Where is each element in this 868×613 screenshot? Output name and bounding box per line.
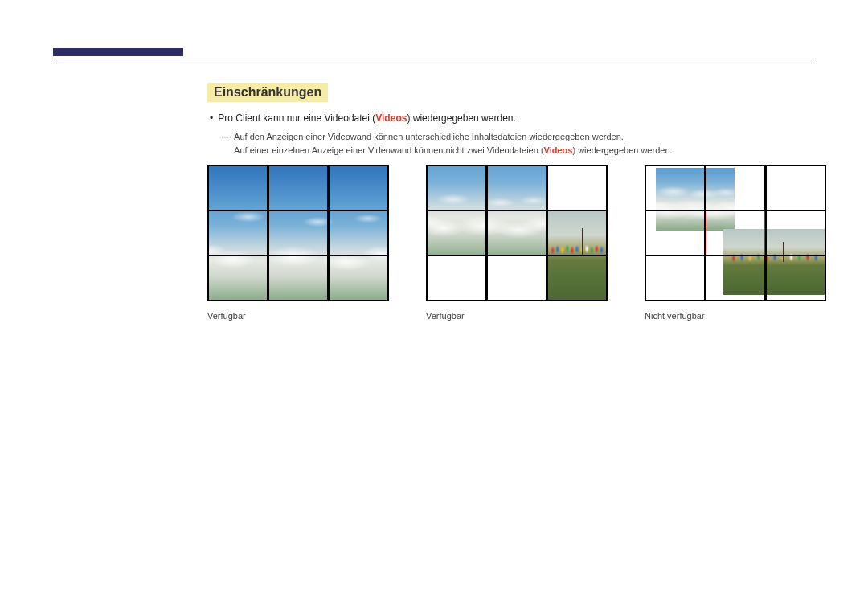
accent-bar bbox=[53, 48, 183, 56]
grid2-cell bbox=[486, 165, 547, 211]
grid2-cell bbox=[426, 255, 487, 301]
sub-line-1: Auf den Anzeigen einer Videowand können … bbox=[234, 132, 624, 141]
grid1-cell bbox=[207, 165, 268, 211]
section-heading: Einschränkungen bbox=[207, 83, 328, 102]
keyword-videos-2: Videos bbox=[544, 145, 573, 155]
grid2-cell bbox=[486, 255, 547, 301]
grid1-cell bbox=[268, 165, 329, 211]
grid3-cell bbox=[705, 165, 766, 211]
grid3-cell bbox=[765, 210, 826, 256]
grid-3 bbox=[645, 165, 826, 301]
header-rule bbox=[56, 63, 812, 63]
grid1-cell bbox=[207, 255, 268, 301]
grid2-cell bbox=[547, 255, 608, 301]
dash-icon: ― bbox=[222, 130, 231, 145]
grid2-cell bbox=[426, 210, 487, 256]
keyword-videos: Videos bbox=[375, 112, 407, 124]
grid3-cell bbox=[645, 255, 706, 301]
grid3-cell bbox=[705, 255, 766, 301]
grid1-cell bbox=[328, 255, 389, 301]
grid1-cell bbox=[328, 165, 389, 211]
grid3-cell bbox=[645, 210, 706, 256]
grid-2 bbox=[426, 165, 608, 301]
grid2-cell bbox=[486, 210, 547, 256]
page: Einschränkungen • Pro Client kann nur ei… bbox=[0, 0, 868, 613]
grid1-cell bbox=[268, 210, 329, 256]
bullet-text-post: ) wiedergegeben werden. bbox=[407, 112, 515, 124]
example-panels: Verfügbar bbox=[207, 165, 826, 321]
grid-1 bbox=[207, 165, 389, 301]
sub-line-2-pre: Auf einer einzelnen Anzeige einer Videow… bbox=[234, 145, 543, 155]
caption-3: Nicht verfügbar bbox=[645, 311, 826, 321]
grid1-cell bbox=[328, 210, 389, 256]
sub-line-2-post: ) wiedergegeben werden. bbox=[572, 145, 672, 155]
content-block: Einschränkungen • Pro Client kann nur ei… bbox=[207, 83, 812, 158]
sub-text-wrap: Auf den Anzeigen einer Videowand können … bbox=[234, 130, 673, 158]
panel-available-2: Verfügbar bbox=[426, 165, 608, 321]
grid2-cell bbox=[547, 165, 608, 211]
grid3-cell bbox=[765, 165, 826, 211]
grid3-cell bbox=[645, 165, 706, 211]
caption-2: Verfügbar bbox=[426, 311, 608, 321]
grid2-cell bbox=[426, 165, 487, 211]
grid2-cell bbox=[547, 210, 608, 256]
caption-1: Verfügbar bbox=[207, 311, 389, 321]
bullet-text-pre: Pro Client kann nur eine Videodatei ( bbox=[218, 112, 375, 124]
panel-available-1: Verfügbar bbox=[207, 165, 389, 321]
bullet-item: • Pro Client kann nur eine Videodatei (V… bbox=[207, 112, 812, 125]
grid3-cell bbox=[765, 255, 826, 301]
sub-bullet: ― Auf den Anzeigen einer Videowand könne… bbox=[207, 130, 812, 158]
grid1-cell bbox=[207, 210, 268, 256]
grid1-cell bbox=[268, 255, 329, 301]
panel-not-available: Nicht verfügbar bbox=[645, 165, 826, 321]
bullet-dot-icon: • bbox=[207, 112, 215, 125]
